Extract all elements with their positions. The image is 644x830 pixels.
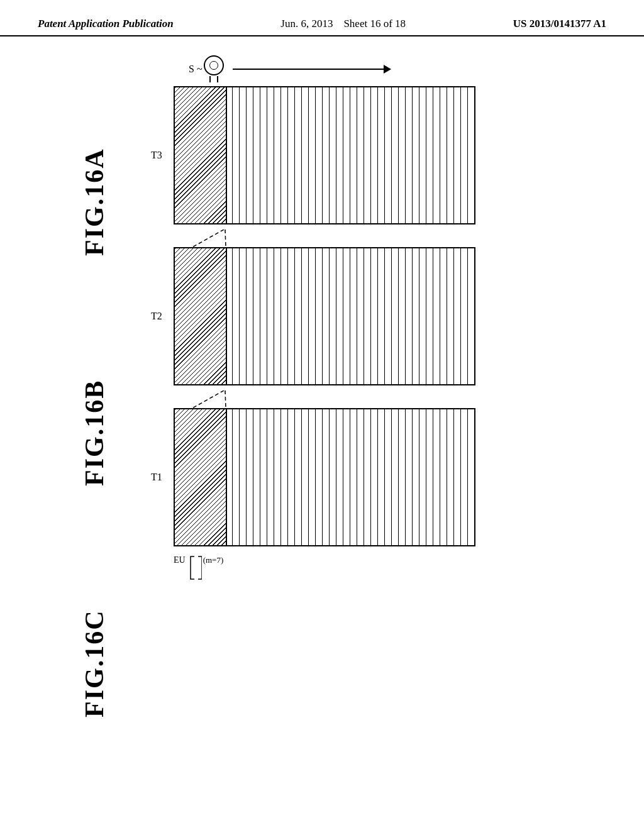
hatch-t1 xyxy=(175,409,226,545)
date: Jun. 6, 2013 xyxy=(280,18,333,30)
brace-svg xyxy=(187,555,202,580)
panel-t3 xyxy=(174,86,475,224)
hatch-t2 xyxy=(175,248,226,384)
panel-t3-row: T3 xyxy=(151,86,619,224)
arrow-head xyxy=(384,65,391,74)
connector-t2-t1 xyxy=(174,390,475,408)
hatch-t3 xyxy=(175,87,226,223)
eu-label: EU xyxy=(174,555,186,565)
fig-16c-label: FIG.16C xyxy=(79,563,109,764)
scanner-leg-left xyxy=(209,76,211,82)
scanner-inner-circle xyxy=(209,61,218,70)
panel-t2-row: T2 xyxy=(151,247,619,385)
sheet-info: Sheet 16 of 18 xyxy=(343,18,406,30)
date-sheet: Jun. 6, 2013 Sheet 16 of 18 xyxy=(280,18,406,30)
scanner-tilde: ~ xyxy=(197,64,203,75)
patent-number: US 2013/0141377 A1 xyxy=(513,18,606,30)
panel-t2 xyxy=(174,247,475,385)
fig-16b-label: FIG.16B xyxy=(79,332,109,533)
scanner-legs xyxy=(209,76,218,82)
page-header: Patent Application Publication Jun. 6, 2… xyxy=(0,0,644,36)
scanner-s-label: S xyxy=(189,64,194,75)
vlines-t2 xyxy=(226,248,474,384)
main-content: FIG.16A FIG.16B FIG.16C S ~ xyxy=(0,36,644,822)
vlines-t1 xyxy=(226,409,474,545)
connector-svg-t3t2 xyxy=(174,230,475,247)
t1-label: T1 xyxy=(151,472,169,483)
svg-line-2 xyxy=(192,390,224,408)
panel-t1 xyxy=(174,408,475,546)
figure-labels: FIG.16A FIG.16B FIG.16C xyxy=(38,49,151,816)
scanner-arrow xyxy=(233,65,391,74)
svg-line-3 xyxy=(225,390,226,408)
connector-t3-t2 xyxy=(174,230,475,247)
m-label: (m=7) xyxy=(203,555,224,565)
bottom-annotation: EU (m=7) xyxy=(174,555,619,580)
t2-label: T2 xyxy=(151,311,169,322)
scanner-outer-circle xyxy=(204,55,224,75)
scanner-row: S ~ xyxy=(189,55,619,82)
publication-label: Patent Application Publication xyxy=(38,18,174,30)
scanner-icon xyxy=(204,55,224,82)
diagrams-area: S ~ T3 xyxy=(151,49,619,816)
t3-label: T3 xyxy=(151,150,169,161)
connector-svg-t2t1 xyxy=(174,390,475,408)
arrow-line xyxy=(233,69,384,70)
fig-16a-label: FIG.16A xyxy=(79,101,109,302)
vlines-t3 xyxy=(226,87,474,223)
svg-line-1 xyxy=(225,230,226,247)
svg-line-0 xyxy=(192,230,224,247)
scanner-leg-right xyxy=(217,76,218,82)
panel-t1-row: T1 xyxy=(151,408,619,546)
